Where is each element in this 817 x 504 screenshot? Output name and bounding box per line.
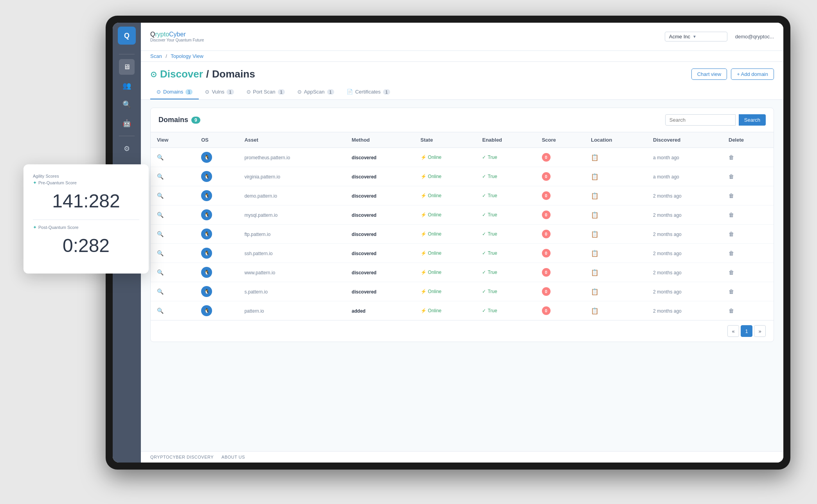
pre-quantum-label-text: Pre-Quantum Score — [38, 180, 77, 185]
view-search-icon-8[interactable]: 🔍 — [157, 308, 164, 314]
table-title-text: Domains — [158, 116, 188, 124]
delete-icon-4[interactable]: 🗑 — [729, 231, 734, 237]
cell-os-0: 🐧 — [195, 148, 238, 167]
add-domain-button[interactable]: + Add domain — [731, 68, 774, 80]
delete-icon-5[interactable]: 🗑 — [729, 250, 734, 256]
pagination-next[interactable]: » — [754, 325, 766, 337]
check-icon-8: ✓ — [482, 308, 486, 313]
col-method: Method — [346, 132, 414, 148]
search-input[interactable] — [665, 114, 736, 126]
sidebar-logo: Q — [118, 27, 136, 45]
cell-discovered-0: a month ago — [647, 148, 722, 167]
asset-link-3[interactable]: mysql.pattern.io — [245, 212, 278, 218]
main-content: QryptoCyber Discover Your Quantum Future… — [141, 23, 783, 463]
title-discover: Discover — [160, 68, 203, 80]
asset-link-5[interactable]: ssh.pattern.io — [245, 251, 273, 256]
lightning-icon-6: ⚡ — [421, 270, 426, 275]
table-row: 🔍 🐧 pattern.io added ⚡Online ✓True 0 📋 — [151, 301, 774, 320]
tab-port-scan[interactable]: ⊙ Port Scan 1 — [240, 85, 291, 99]
delete-icon-3[interactable]: 🗑 — [729, 212, 734, 218]
lightning-icon-3: ⚡ — [421, 212, 426, 218]
location-icon-6[interactable]: 📋 — [591, 269, 599, 276]
tab-certificates[interactable]: 📄 Certificates 1 — [340, 85, 396, 99]
logo-q: Q — [150, 31, 155, 38]
tab-vulns-badge: 1 — [227, 89, 234, 95]
delete-icon-2[interactable]: 🗑 — [729, 193, 734, 199]
cell-method-0: discovered — [346, 148, 414, 167]
location-icon-2[interactable]: 📋 — [591, 193, 599, 199]
pagination-page-1[interactable]: 1 — [741, 325, 752, 337]
asset-link-8[interactable]: pattern.io — [245, 308, 264, 314]
location-icon-1[interactable]: 📋 — [591, 173, 599, 180]
search-button[interactable]: Search — [739, 114, 766, 126]
asset-link-6[interactable]: www.pattern.io — [245, 270, 275, 275]
col-view: View — [151, 132, 195, 148]
asset-link-4[interactable]: ftp.pattern.io — [245, 232, 271, 237]
discovered-text-4: 2 months ago — [653, 232, 682, 237]
cell-asset-1: virginia.pattern.io — [238, 167, 346, 186]
asset-link-2[interactable]: demo.pattern.io — [245, 193, 277, 199]
discovered-text-3: 2 months ago — [653, 212, 682, 218]
breadcrumb-scan[interactable]: Scan — [150, 53, 162, 59]
cell-os-7: 🐧 — [195, 282, 238, 301]
cell-delete-3: 🗑 — [722, 205, 774, 225]
cell-delete-7: 🗑 — [722, 282, 774, 301]
sidebar-icon-users[interactable]: 👥 — [119, 78, 135, 94]
location-icon-3[interactable]: 📋 — [591, 212, 599, 218]
sidebar-icon-settings[interactable]: ⚙ — [119, 141, 135, 157]
view-search-icon-7[interactable]: 🔍 — [157, 288, 164, 295]
asset-link-0[interactable]: prometheus.pattern.io — [245, 155, 290, 160]
account-selector[interactable]: Acme Inc ▼ — [665, 32, 727, 41]
table-row: 🔍 🐧 ftp.pattern.io discovered ⚡Online ✓T… — [151, 225, 774, 244]
cell-delete-2: 🗑 — [722, 186, 774, 205]
location-icon-5[interactable]: 📋 — [591, 250, 599, 257]
tab-vulns[interactable]: ⊙ Vulns 1 — [199, 85, 240, 99]
footer-link-discovery[interactable]: QRYPTOCYBER DISCOVERY — [150, 455, 214, 459]
location-icon-7[interactable]: 📋 — [591, 288, 599, 295]
view-search-icon-5[interactable]: 🔍 — [157, 250, 164, 256]
cell-os-4: 🐧 — [195, 225, 238, 244]
location-icon-4[interactable]: 📋 — [591, 231, 599, 238]
view-search-icon-6[interactable]: 🔍 — [157, 269, 164, 275]
sidebar-icon-robot[interactable]: 🤖 — [119, 115, 135, 131]
sidebar-icon-search[interactable]: 🔍 — [119, 97, 135, 112]
cell-os-1: 🐧 — [195, 167, 238, 186]
view-search-icon-0[interactable]: 🔍 — [157, 154, 164, 160]
location-icon-0[interactable]: 📋 — [591, 154, 599, 161]
footer-link-about[interactable]: ABOUT US — [221, 455, 245, 459]
discovered-text-0: a month ago — [653, 155, 679, 160]
page-header: ⊙ Discover / Domains Chart view + Add do… — [141, 62, 783, 100]
score-badge-1: 0 — [542, 172, 551, 181]
tab-appscan[interactable]: ⊙ AppScan 1 — [291, 85, 340, 99]
tab-domains[interactable]: ⊙ Domains 1 — [150, 85, 199, 99]
delete-icon-0[interactable]: 🗑 — [729, 154, 734, 160]
breadcrumb-topology[interactable]: Topology View — [171, 53, 203, 59]
delete-icon-6[interactable]: 🗑 — [729, 269, 734, 275]
delete-icon-1[interactable]: 🗑 — [729, 173, 734, 180]
delete-icon-8[interactable]: 🗑 — [729, 308, 734, 314]
check-icon-3: ✓ — [482, 212, 486, 218]
cell-location-7: 📋 — [585, 282, 647, 301]
view-search-icon-4[interactable]: 🔍 — [157, 231, 164, 237]
view-search-icon-3[interactable]: 🔍 — [157, 212, 164, 218]
view-search-icon-2[interactable]: 🔍 — [157, 193, 164, 199]
location-icon-8[interactable]: 📋 — [591, 308, 599, 314]
cell-os-5: 🐧 — [195, 244, 238, 263]
lightning-icon-7: ⚡ — [421, 289, 426, 294]
cell-score-0: 0 — [536, 148, 585, 167]
cell-score-2: 0 — [536, 186, 585, 205]
asset-link-1[interactable]: virginia.pattern.io — [245, 174, 280, 180]
pagination-prev[interactable]: « — [727, 325, 739, 337]
cell-os-3: 🐧 — [195, 205, 238, 225]
asset-link-7[interactable]: s.pattern.io — [245, 289, 268, 295]
logo-text: QryptoCyber — [150, 31, 204, 38]
delete-icon-7[interactable]: 🗑 — [729, 288, 734, 295]
os-linux-icon-3: 🐧 — [201, 209, 212, 220]
chart-view-button[interactable]: Chart view — [691, 68, 727, 80]
view-search-icon-1[interactable]: 🔍 — [157, 173, 164, 180]
domains-table: View OS Asset Method State Enabled Score… — [151, 132, 774, 320]
cell-enabled-5: ✓True — [476, 244, 535, 263]
cell-location-3: 📋 — [585, 205, 647, 225]
sidebar-icon-monitor[interactable]: 🖥 — [119, 59, 135, 75]
tabs-bar: ⊙ Domains 1 ⊙ Vulns 1 ⊙ Port Scan 1 — [150, 85, 774, 99]
